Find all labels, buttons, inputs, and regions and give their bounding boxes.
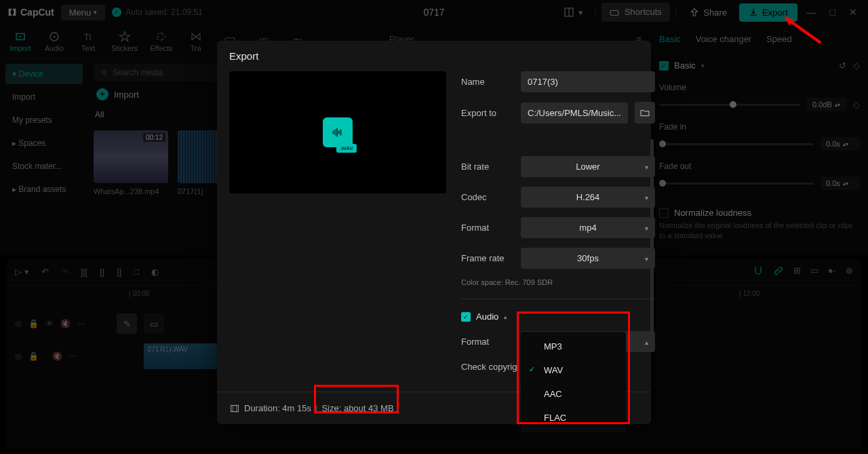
browse-folder-button[interactable] — [635, 102, 655, 124]
codec-select[interactable]: H.264▾ — [521, 187, 655, 208]
dropdown-option-flac[interactable]: FLAC — [521, 406, 626, 430]
dropdown-option-wav[interactable]: WAV — [521, 358, 626, 382]
duration-text: Duration: 4m 15s — [244, 403, 311, 413]
dropdown-option-mp3[interactable]: MP3 — [521, 335, 626, 358]
svg-rect-15 — [231, 405, 239, 411]
color-space-note: Color space: Rec. 709 SDR — [461, 278, 655, 286]
size-text: Size: about 43 MB — [321, 403, 393, 413]
wav-file-icon: .WAV — [323, 117, 353, 147]
framerate-select[interactable]: 30fps▾ — [521, 248, 655, 269]
video-format-select[interactable]: mp4▾ — [521, 217, 655, 238]
audio-checkbox[interactable]: ✓ — [461, 312, 471, 322]
export-path[interactable]: C:/Users/PMLS/Music... — [521, 102, 628, 124]
film-icon — [229, 403, 240, 414]
export-preview: .WAV — [229, 71, 446, 193]
modal-title: Export — [217, 41, 651, 71]
export-name-input[interactable] — [521, 71, 655, 92]
dropdown-option-aac[interactable]: AAC — [521, 382, 626, 406]
bitrate-select[interactable]: Lower▾ — [521, 156, 655, 177]
audio-format-dropdown: MP3 WAV AAC FLAC — [521, 332, 626, 432]
